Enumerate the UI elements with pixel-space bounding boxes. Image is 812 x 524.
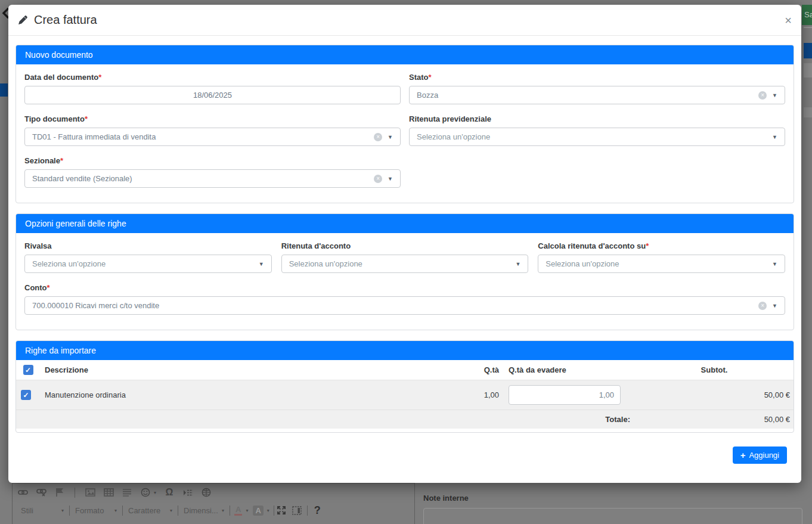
toolbar-separator — [122, 506, 123, 516]
rivalsa-label: Rivalsa — [24, 241, 272, 250]
sezionale-label: Sezionale* — [24, 156, 401, 165]
caret-down-icon: ▾ — [170, 508, 172, 513]
sezionale-select[interactable]: Standard vendite (Sezionale) × ▼ — [24, 169, 401, 188]
section-header: Righe da importare — [16, 341, 794, 360]
note-interne-input[interactable] — [423, 508, 802, 524]
image-icon[interactable] — [85, 487, 95, 498]
qta-evadere-input[interactable] — [509, 385, 621, 405]
text-color-button[interactable]: A ▾ — [234, 505, 248, 516]
background-field — [804, 107, 812, 117]
toolbar-separator — [230, 506, 230, 516]
subtot-header: Subtot. — [635, 360, 794, 380]
section-header: Nuovo documento — [16, 45, 794, 64]
size-dropdown[interactable]: Dimensi... ▾ — [180, 504, 228, 517]
close-icon[interactable]: × — [785, 14, 792, 26]
smiley-caret-icon[interactable]: ▾ — [154, 490, 156, 495]
data-documento-label: Data del documento* — [24, 73, 401, 82]
unlink-icon[interactable] — [36, 487, 47, 498]
righe-table: ✓ Descrizione Q.tà Q.tà da evadere Subto… — [16, 360, 794, 429]
link-icon[interactable] — [17, 487, 28, 498]
background-blue-button — [0, 83, 8, 97]
format-dropdown[interactable]: Formato ▾ — [72, 504, 120, 517]
caret-down-icon: ▼ — [259, 261, 264, 267]
modal-title: Crea fattura — [34, 13, 97, 27]
pencil-icon — [18, 15, 28, 25]
caret-down-icon: ▾ — [246, 508, 248, 513]
stato-select[interactable]: Bozza × ▼ — [409, 86, 785, 104]
help-icon[interactable]: ? — [314, 504, 321, 517]
calcola-ritenuta-select[interactable]: Seleziona un'opzione ▼ — [538, 255, 785, 273]
required-asterisk: * — [47, 283, 50, 292]
calcola-ritenuta-label: Calcola ritenuta d'acconto su* — [538, 241, 785, 250]
font-dropdown[interactable]: Carattere ▾ — [125, 504, 176, 517]
clear-selection-icon[interactable]: × — [758, 302, 767, 310]
required-asterisk: * — [429, 73, 432, 82]
conto-select[interactable]: 700.000010 Ricavi merci c/to vendite × ▼ — [24, 296, 785, 315]
totale-label: Totale: — [16, 410, 635, 429]
toolbar-separator — [69, 506, 70, 516]
background-color-button[interactable]: A ▾ — [253, 506, 269, 516]
rivalsa-select[interactable]: Seleziona un'opzione ▼ — [24, 255, 272, 273]
horizontal-rule-icon[interactable] — [122, 487, 132, 498]
aggiungi-button[interactable]: + Aggiungi — [733, 447, 787, 464]
maximize-icon[interactable] — [276, 505, 287, 516]
smiley-icon[interactable] — [140, 487, 151, 498]
caret-down-icon: ▾ — [61, 508, 64, 513]
globe-icon[interactable] — [201, 487, 212, 498]
modal-body: Nuovo documento Data del documento* Stat… — [8, 36, 801, 471]
qta-header: Q.tà — [444, 360, 504, 380]
richtext-editor: ▾ Ω Stili ▾ Formato ▾ Carattere ▾ Dimens… — [12, 483, 415, 524]
section-header: Opzioni generali delle righe — [16, 214, 794, 233]
caret-down-icon: ▼ — [772, 92, 777, 98]
note-interne-label: Note interne — [423, 494, 469, 503]
required-asterisk: * — [646, 241, 649, 250]
modal-footer: + Aggiungi — [16, 443, 794, 471]
styles-dropdown[interactable]: Stili ▾ — [17, 504, 67, 517]
ritenuta-acconto-select[interactable]: Seleziona un'opzione ▼ — [281, 255, 529, 273]
table-header-row: ✓ Descrizione Q.tà Q.tà da evadere Subto… — [16, 360, 794, 380]
section-nuovo-documento: Nuovo documento Data del documento* Stat… — [16, 45, 794, 203]
page-break-icon[interactable] — [182, 487, 193, 498]
editor-toolbar-row-dropdowns: Stili ▾ Formato ▾ Carattere ▾ Dimensi...… — [13, 499, 414, 517]
row-checkbox[interactable]: ✓ — [21, 390, 31, 400]
section-righe-da-importare: Righe da importare ✓ Descrizione Q.tà Q.… — [16, 340, 794, 433]
totale-value: 50,00 € — [635, 410, 794, 429]
caret-down-icon: ▼ — [772, 134, 777, 140]
data-documento-input[interactable] — [24, 86, 401, 104]
toolbar-separator — [75, 488, 75, 498]
row-descrizione: Manutenzione ordinaria — [40, 380, 444, 410]
check-icon: ✓ — [25, 366, 31, 374]
row-qta: 1,00 — [444, 380, 504, 410]
modal-header: Crea fattura × — [8, 5, 801, 36]
row-subtot: 50,00 € — [635, 380, 794, 410]
crea-fattura-modal: Crea fattura × Nuovo documento Data del … — [8, 5, 801, 483]
tipo-documento-select[interactable]: TD01 - Fattura immediata di vendita × ▼ — [24, 128, 401, 146]
caret-down-icon: ▾ — [222, 508, 224, 513]
toolbar-separator — [307, 506, 308, 516]
ritenuta-previdenziale-select[interactable]: Seleziona un'opzione ▼ — [409, 128, 785, 146]
table-icon[interactable] — [103, 487, 114, 498]
tipo-documento-label: Tipo documento* — [24, 114, 401, 123]
ritenuta-acconto-label: Ritenuta d'acconto — [281, 241, 529, 250]
select-all-checkbox[interactable]: ✓ — [23, 365, 33, 375]
save-button[interactable]: Salva — [802, 5, 812, 25]
section-opzioni-generali: Opzioni generali delle righe Rivalsa Sel… — [16, 213, 794, 330]
clear-selection-icon[interactable]: × — [374, 133, 382, 141]
check-icon: ✓ — [23, 391, 29, 399]
toolbar-separator — [274, 506, 274, 516]
special-char-icon[interactable]: Ω — [164, 487, 175, 498]
caret-down-icon: ▼ — [772, 303, 777, 309]
table-total-row: Totale: 50,00 € — [16, 410, 794, 429]
qta-evadere-header: Q.tà da evadere — [504, 360, 635, 380]
show-blocks-icon[interactable] — [292, 505, 302, 516]
background-divider — [804, 27, 812, 28]
clear-selection-icon[interactable]: × — [374, 175, 382, 183]
editor-toolbar-row-icons: ▾ Ω — [13, 483, 414, 499]
required-asterisk: * — [85, 114, 88, 123]
plus-icon: + — [740, 451, 746, 459]
background-blue-button — [804, 43, 812, 58]
required-asterisk: * — [60, 156, 63, 165]
clear-selection-icon[interactable]: × — [758, 91, 767, 100]
anchor-flag-icon[interactable] — [54, 487, 65, 498]
caret-down-icon: ▾ — [114, 508, 117, 513]
